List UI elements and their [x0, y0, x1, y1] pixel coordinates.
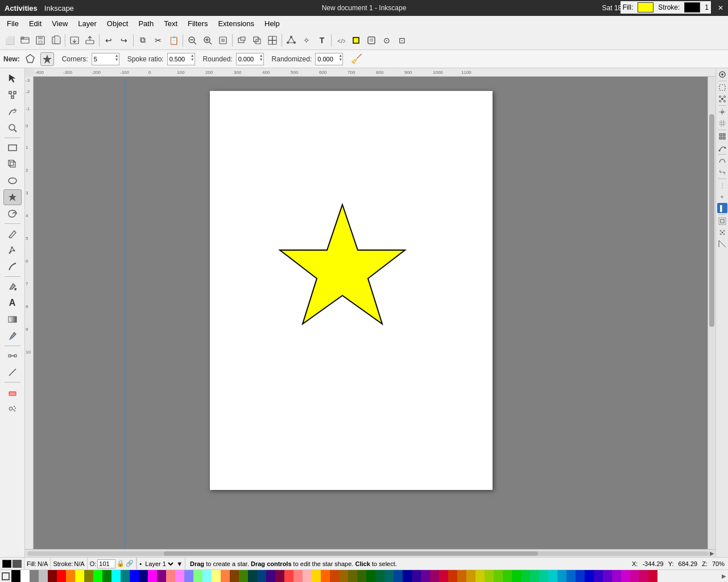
palette-cell[interactable]: [339, 570, 348, 583]
snap-guide2-btn[interactable]: [717, 239, 727, 249]
palette-cell[interactable]: [148, 570, 157, 583]
snap-nodes-btn[interactable]: [717, 94, 727, 104]
palette-cell[interactable]: [585, 570, 594, 583]
save-copy-button[interactable]: [48, 33, 63, 48]
palette-cell[interactable]: [475, 570, 485, 583]
node-edit-tool[interactable]: [3, 87, 22, 103]
new-button[interactable]: ⬜: [2, 33, 17, 48]
zoom-out-button[interactable]: [185, 33, 200, 48]
palette-cell[interactable]: [375, 570, 384, 583]
palette-cell[interactable]: [239, 570, 248, 583]
palette-cell[interactable]: [157, 570, 166, 583]
rounded-wrap[interactable]: 0.000 ▲ ▼: [236, 53, 264, 65]
snap-path-btn[interactable]: [717, 143, 727, 153]
palette-cell[interactable]: [394, 570, 403, 583]
menu-edit[interactable]: Edit: [24, 18, 46, 30]
snap-enable-btn[interactable]: [717, 69, 727, 80]
randomized-down[interactable]: ▼: [338, 57, 342, 61]
palette-cell[interactable]: [257, 570, 266, 583]
palette-cell[interactable]: [403, 570, 412, 583]
palette-cell[interactable]: [494, 570, 503, 583]
spray-btn[interactable]: ⊡: [395, 33, 410, 48]
close-button[interactable]: ✕: [718, 4, 723, 12]
palette-cell[interactable]: [639, 570, 648, 583]
palette-cell[interactable]: [303, 570, 312, 583]
spray-tool[interactable]: [3, 401, 22, 417]
layer-select[interactable]: Layer 1: [143, 560, 175, 568]
rounded-down[interactable]: ▼: [259, 57, 263, 61]
palette-cell[interactable]: [557, 570, 566, 583]
tweak-btn[interactable]: ✧: [299, 33, 314, 48]
cut-button[interactable]: ✂: [151, 33, 166, 48]
vertical-scrollbar[interactable]: [708, 77, 715, 549]
zoom-tool[interactable]: [3, 120, 22, 136]
palette-cell[interactable]: [230, 570, 239, 583]
palette-cell[interactable]: [221, 570, 230, 583]
palette-cell[interactable]: [193, 570, 202, 583]
spoke-up[interactable]: ▲: [191, 53, 195, 57]
text-tool[interactable]: A: [3, 295, 22, 311]
rect-tool[interactable]: [3, 140, 22, 156]
corners-up[interactable]: ▲: [115, 53, 119, 57]
palette-cell[interactable]: [630, 570, 639, 583]
snap-global-btn[interactable]: ⊙: [379, 33, 394, 48]
randomized-input[interactable]: 0.000: [316, 53, 338, 65]
menu-layer[interactable]: Layer: [73, 18, 101, 30]
3d-box-tool[interactable]: [3, 156, 22, 172]
spoke-ratio-spinner[interactable]: ▲ ▼: [191, 53, 195, 65]
palette-cell[interactable]: [357, 570, 366, 583]
menu-file[interactable]: File: [2, 18, 23, 30]
palette-cell[interactable]: [175, 570, 184, 583]
horizontal-scrollbar[interactable]: ▶: [25, 549, 715, 557]
spiral-tool[interactable]: [3, 206, 22, 222]
palette-cell[interactable]: [430, 570, 439, 583]
palette-cell[interactable]: [11, 570, 20, 583]
palette-cell[interactable]: [648, 570, 657, 583]
eraser-tool[interactable]: [3, 384, 22, 400]
palette-cell[interactable]: [330, 570, 339, 583]
open-button[interactable]: [18, 33, 32, 48]
star-tool[interactable]: [3, 189, 22, 205]
measure-tool[interactable]: [3, 364, 22, 380]
paste-button[interactable]: 📋: [166, 33, 181, 48]
palette-cell[interactable]: [30, 570, 39, 583]
palette-cell[interactable]: [48, 570, 57, 583]
palette-cell[interactable]: [603, 570, 612, 583]
palette-cell[interactable]: [512, 570, 521, 583]
palette-cell[interactable]: [75, 570, 84, 583]
zoom-in-button[interactable]: [200, 33, 215, 48]
palette-cell[interactable]: [448, 570, 457, 583]
import-button[interactable]: [67, 33, 82, 48]
hscroll-thumb[interactable]: [164, 551, 539, 556]
palette-cell[interactable]: [548, 570, 557, 583]
palette-cell[interactable]: [84, 570, 93, 583]
connector-tool[interactable]: [3, 348, 22, 364]
snap-smooth-btn[interactable]: [717, 156, 727, 166]
transform-2[interactable]: [250, 33, 264, 48]
palette-scroll-right[interactable]: ▶: [720, 573, 728, 579]
palette-cell[interactable]: [594, 570, 603, 583]
menu-extensions[interactable]: Extensions: [213, 18, 259, 30]
copy-to-button[interactable]: ⧉: [135, 33, 150, 48]
dropper-tool[interactable]: [3, 328, 22, 344]
hscroll-track[interactable]: [27, 551, 709, 556]
corners-input-wrap[interactable]: 5 ▲ ▼: [92, 53, 119, 65]
palette-cell[interactable]: [248, 570, 257, 583]
palette-cell[interactable]: [466, 570, 475, 583]
spoke-ratio-input[interactable]: 0.500: [168, 53, 191, 65]
opacity-input[interactable]: [97, 559, 115, 568]
palette-cell[interactable]: [93, 570, 102, 583]
palette-cell[interactable]: [20, 570, 30, 583]
snap-active-indicator[interactable]: ▌: [717, 203, 727, 213]
palette-cell[interactable]: [421, 570, 430, 583]
randomized-spinner[interactable]: ▲ ▼: [338, 53, 342, 65]
palette-cell[interactable]: [111, 570, 121, 583]
palette-cell[interactable]: [457, 570, 466, 583]
corners-down[interactable]: ▼: [115, 57, 119, 61]
palette-cell[interactable]: [312, 570, 321, 583]
transform-3[interactable]: [265, 33, 280, 48]
snap-guide-btn[interactable]: [717, 107, 727, 117]
no-color-swatch[interactable]: [2, 572, 10, 580]
snap-grid-btn[interactable]: [717, 118, 727, 128]
palette-cell[interactable]: [121, 570, 130, 583]
